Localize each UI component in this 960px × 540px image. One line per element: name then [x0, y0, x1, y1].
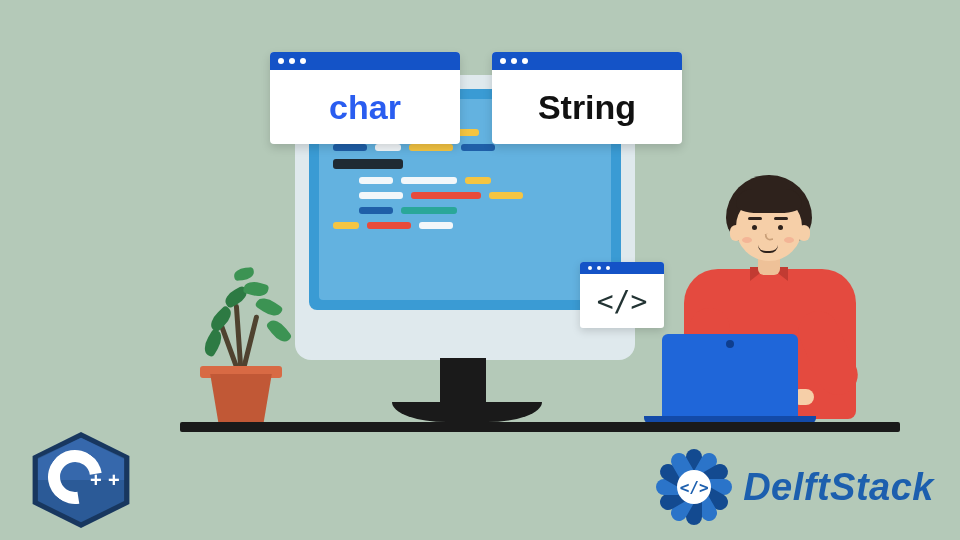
code-tag-icon: </> [677, 470, 711, 504]
illustration-stage: char String </> [0, 0, 960, 540]
window-titlebar [270, 52, 460, 70]
cpp-logo: + + [26, 430, 136, 530]
code-tag-icon: </> [580, 274, 664, 328]
window-titlebar [580, 262, 664, 274]
plus-icon: + [108, 470, 120, 490]
monitor-base [392, 402, 542, 422]
window-char: char [270, 52, 460, 144]
delftstack-logo: </> DelftStack [655, 448, 934, 526]
plus-icon: + [90, 470, 102, 490]
delftstack-mark-icon: </> [655, 448, 733, 526]
delftstack-wordmark: DelftStack [743, 466, 934, 509]
window-string-label: String [492, 70, 682, 144]
code-tag-window: </> [580, 262, 664, 328]
window-string: String [492, 52, 682, 144]
monitor-stand [440, 358, 486, 404]
window-titlebar [492, 52, 682, 70]
desk-line [180, 422, 900, 432]
window-char-label: char [270, 70, 460, 144]
